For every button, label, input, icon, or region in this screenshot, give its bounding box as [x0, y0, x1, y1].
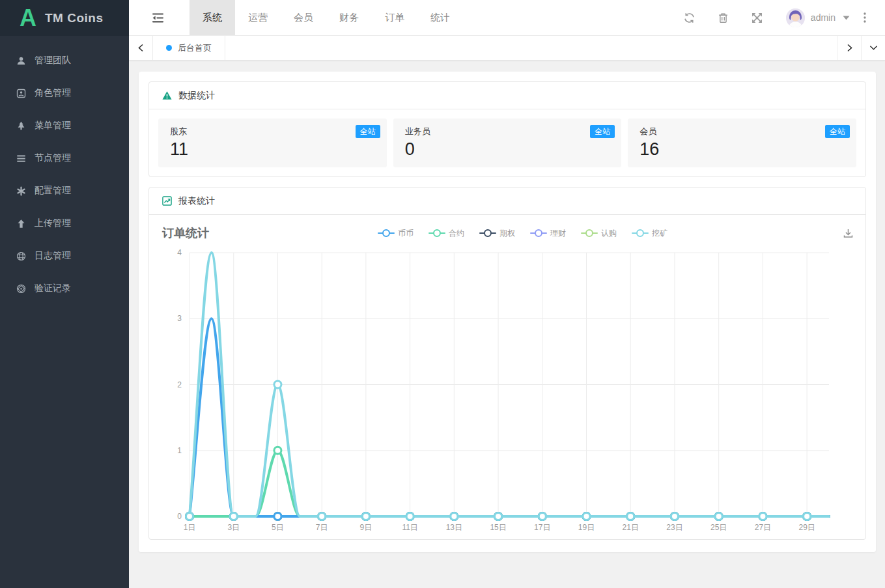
svg-text:2: 2: [177, 380, 182, 389]
stat-box: 会员 16 全站: [628, 119, 856, 167]
refresh-icon[interactable]: [673, 12, 707, 23]
sidebar-item[interactable]: 验证记录: [0, 272, 129, 305]
sidebar-menu: 管理团队 角色管理 菜单管理 节点管理 配置管理: [0, 36, 129, 305]
stats-body: 股东 11 全站 业务员 0 全站 会员 16: [149, 109, 865, 176]
svg-text:17日: 17日: [534, 523, 550, 532]
legend-marker-icon: [632, 229, 649, 237]
report-title: 报表统计: [178, 195, 215, 207]
legend-item[interactable]: 合约: [428, 228, 464, 239]
legend-item[interactable]: 挖矿: [632, 228, 667, 239]
stat-label: 股东: [170, 126, 375, 137]
log-icon: [16, 251, 26, 261]
sidebar-item[interactable]: 日志管理: [0, 240, 129, 272]
sidebar-item[interactable]: 配置管理: [0, 175, 129, 207]
sidebar-item-label: 日志管理: [35, 250, 71, 262]
chart-legend: 币币合约期权理财认购挖矿: [209, 228, 836, 239]
svg-text:3: 3: [177, 314, 182, 323]
download-icon[interactable]: [843, 228, 854, 239]
top-nav-tab[interactable]: 订单: [372, 0, 417, 35]
sidebar-item-label: 管理团队: [35, 55, 71, 66]
sidebar-item-label: 验证记录: [35, 283, 71, 294]
top-nav-tabs: 系统 运营 会员 财务 订单 统计: [190, 0, 463, 35]
tree-icon: [16, 121, 26, 131]
content-panel: 数据统计 股东 11 全站 业务员 0 全站: [139, 72, 876, 552]
stat-badge: 全站: [590, 125, 615, 138]
sidebar-item[interactable]: 管理团队: [0, 44, 129, 77]
tabs-menu-icon[interactable]: [861, 36, 885, 60]
tabbar-spacer: [225, 36, 837, 60]
legend-item[interactable]: 期权: [479, 228, 515, 239]
sidebar-item[interactable]: 上传管理: [0, 207, 129, 240]
chart-line-icon: [162, 196, 172, 206]
legend-marker-icon: [581, 229, 598, 237]
top-nav-tab[interactable]: 会员: [281, 0, 326, 35]
svg-text:29日: 29日: [798, 523, 815, 532]
data-stats-title: 数据统计: [178, 90, 215, 102]
sidebar: A TM Coins 管理团队 角色管理 菜单管理 节点管理: [0, 0, 129, 588]
active-tab-dot: [166, 45, 172, 51]
top-nav-tab[interactable]: 系统: [190, 0, 235, 35]
warning-icon: [162, 91, 172, 100]
legend-label: 合约: [449, 228, 464, 239]
stat-badge: 全站: [825, 125, 850, 138]
sidebar-item-label: 节点管理: [35, 152, 71, 164]
top-header: 系统 运营 会员 财务 订单 统计: [129, 0, 885, 36]
svg-text:7日: 7日: [316, 523, 328, 532]
sidebar-item[interactable]: 节点管理: [0, 142, 129, 175]
chart-header: 订单统计 币币合约期权理财认购挖矿: [149, 215, 865, 242]
chart-title: 订单统计: [162, 225, 209, 241]
top-nav-tab[interactable]: 运营: [235, 0, 281, 35]
svg-text:27日: 27日: [755, 523, 771, 532]
sidebar-item[interactable]: 菜单管理: [0, 109, 129, 142]
tab-home[interactable]: 后台首页: [153, 36, 225, 60]
username: admin: [811, 12, 836, 23]
legend-item[interactable]: 认购: [581, 228, 617, 239]
tab-home-label: 后台首页: [178, 42, 212, 54]
sidebar-item-label: 菜单管理: [35, 120, 71, 132]
stat-label: 会员: [639, 126, 845, 137]
svg-text:0: 0: [177, 512, 182, 521]
legend-label: 理财: [550, 228, 566, 239]
svg-text:4: 4: [177, 248, 182, 257]
stat-box: 业务员 0 全站: [393, 119, 622, 167]
legend-item[interactable]: 币币: [378, 228, 414, 239]
tabs-scroll-right-icon[interactable]: [837, 36, 861, 60]
svg-text:23日: 23日: [666, 523, 682, 532]
stat-box: 股东 11 全站: [158, 119, 387, 167]
svg-text:5日: 5日: [272, 523, 284, 532]
legend-marker-icon: [428, 229, 445, 237]
role-icon: [16, 89, 26, 98]
svg-text:13日: 13日: [446, 523, 462, 532]
top-nav-tab[interactable]: 统计: [417, 0, 463, 35]
legend-label: 期权: [499, 228, 515, 239]
tabs-scroll-left-icon[interactable]: [129, 36, 153, 60]
legend-label: 认购: [601, 228, 617, 239]
header-actions: admin: [673, 0, 885, 35]
user-menu[interactable]: admin: [786, 8, 850, 27]
fullscreen-icon[interactable]: [740, 12, 774, 23]
collapse-sidebar-icon[interactable]: [129, 0, 186, 35]
config-icon: [16, 186, 26, 196]
avatar: [786, 8, 805, 27]
trash-icon[interactable]: [707, 12, 740, 23]
more-options-icon[interactable]: [854, 12, 876, 23]
sidebar-item[interactable]: 角色管理: [0, 77, 129, 109]
verify-icon: [16, 284, 26, 294]
top-nav-tab[interactable]: 财务: [326, 0, 372, 35]
app-logo: A TM Coins: [0, 0, 129, 36]
legend-marker-icon: [378, 229, 395, 237]
report-card: 报表统计 订单统计 币币合约期权理财认购挖矿 1日3日5日7日9日11日13日1…: [148, 187, 866, 540]
svg-text:15日: 15日: [490, 523, 506, 532]
stat-value: 16: [639, 139, 845, 160]
svg-text:1: 1: [177, 446, 182, 455]
report-header: 报表统计: [149, 188, 865, 215]
list-icon: [16, 154, 26, 163]
svg-text:21日: 21日: [623, 523, 639, 532]
legend-label: 挖矿: [652, 228, 667, 239]
logo-mark: A: [20, 7, 36, 30]
upload-icon: [16, 219, 26, 229]
data-stats-card: 数据统计 股东 11 全站 业务员 0 全站: [148, 81, 866, 177]
main-content: 数据统计 股东 11 全站 业务员 0 全站: [129, 61, 885, 588]
app-title: TM Coins: [45, 11, 104, 25]
legend-item[interactable]: 理财: [530, 228, 566, 239]
